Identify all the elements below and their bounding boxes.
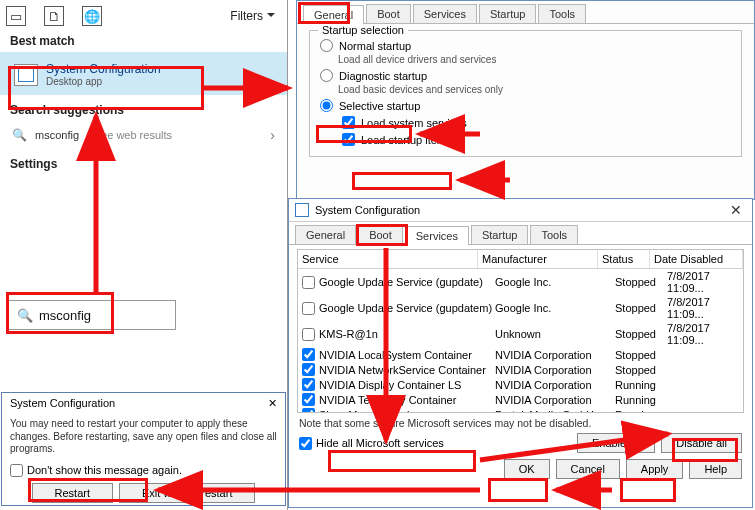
normal-label: Normal startup [339,40,411,52]
service-checkbox[interactable] [302,276,315,289]
chevron-right-icon: › [270,127,275,143]
cell-status: Running [615,379,667,391]
app-icon [295,203,309,217]
cell-service: Google Update Service (gupdatem) [319,302,495,314]
tab-startup[interactable]: Startup [471,225,528,244]
col-manufacturer[interactable]: Manufacturer [478,250,598,268]
cell-service: ShareMouse Service [319,409,495,414]
service-checkbox[interactable] [302,302,315,315]
window-title: System Configuration [315,204,420,216]
cancel-button[interactable]: Cancel [556,459,620,479]
table-row[interactable]: ShareMouse Service BartelsMedia GmbH Run… [298,407,743,413]
service-checkbox[interactable] [302,393,315,406]
apply-button[interactable]: Apply [626,459,684,479]
cell-status: Stopped [615,364,667,376]
normal-desc: Load all device drivers and services [320,54,496,65]
cell-status: Stopped [615,349,667,361]
cell-status: Running [615,409,667,414]
enable-all-button[interactable]: Enable all [577,433,655,453]
cell-status: Stopped [615,276,667,288]
dont-show-label: Don't show this message again. [27,464,182,476]
cell-status: Stopped [615,302,667,314]
close-icon[interactable]: ✕ [726,202,746,218]
suggestion-hint: - See web results [87,129,172,141]
restart-dialog: System Configuration ✕ You may need to r… [1,392,286,506]
cell-service: NVIDIA Telemetry Container [319,394,495,406]
cell-service: Google Update Service (gupdate) [319,276,495,288]
msconfig-services-window: System Configuration ✕ General Boot Serv… [288,198,753,508]
cell-status: Running [615,394,667,406]
recent-icon[interactable]: ▭ [6,6,26,26]
note-text: Note that some secure Microsoft services… [289,415,752,431]
diag-label: Diagnostic startup [339,70,427,82]
service-checkbox[interactable] [302,328,315,341]
filters-dropdown[interactable]: Filters [230,9,281,23]
service-checkbox[interactable] [302,348,315,361]
search-icon: 🔍 [12,128,27,142]
exit-without-restart-button[interactable]: Exit without restart [119,483,255,503]
selective-startup-radio[interactable]: Selective startup [320,97,731,114]
best-match-header: Best match [0,26,287,52]
best-match-item[interactable]: System Configuration Desktop app [0,52,287,95]
cell-manufacturer: BartelsMedia GmbH [495,409,615,414]
cell-date: 7/8/2017 11:09... [667,322,743,346]
settings-header: Settings [0,149,287,175]
cell-date: 7/8/2017 11:09... [667,270,743,294]
tab-boot[interactable]: Boot [358,225,403,244]
tab-general[interactable]: General [295,225,356,244]
diagnostic-startup-radio[interactable]: Diagnostic startup [320,67,731,84]
cell-manufacturer: NVIDIA Corporation [495,364,615,376]
load-startup-items-checkbox[interactable]: Load startup items [320,131,731,148]
table-row[interactable]: Google Update Service (gupdate) Google I… [298,269,743,295]
col-status[interactable]: Status [598,250,650,268]
table-row[interactable]: NVIDIA LocalSystem Container NVIDIA Corp… [298,347,743,362]
search-icon: 🔍 [17,308,33,323]
search-suggestions-header: Search suggestions [0,95,287,121]
disable-all-button[interactable]: Disable all [661,433,742,453]
table-row[interactable]: NVIDIA NetworkService Container NVIDIA C… [298,362,743,377]
dialog-message: You may need to restart your computer to… [10,412,277,464]
hide-microsoft-checkbox[interactable]: Hide all Microsoft services [299,437,444,450]
table-row[interactable]: NVIDIA Telemetry Container NVIDIA Corpor… [298,392,743,407]
search-bar[interactable]: 🔍 [8,300,176,330]
cell-service: NVIDIA Display Container LS [319,379,495,391]
table-row[interactable]: NVIDIA Display Container LS NVIDIA Corpo… [298,377,743,392]
cell-manufacturer: Google Inc. [495,276,615,288]
col-service[interactable]: Service [298,250,478,268]
service-checkbox[interactable] [302,408,315,413]
restart-button[interactable]: Restart [32,483,113,503]
tabs: General Boot Services Startup Tools [289,222,752,245]
table-row[interactable]: Google Update Service (gupdatem) Google … [298,295,743,321]
tab-services[interactable]: Services [405,226,469,245]
ok-button[interactable]: OK [504,459,550,479]
cell-service: KMS-R@1n [319,328,495,340]
service-checkbox[interactable] [302,378,315,391]
cell-manufacturer: Google Inc. [495,302,615,314]
search-input[interactable] [39,308,149,323]
tab-startup[interactable]: Startup [479,4,536,23]
dont-show-checkbox[interactable]: Don't show this message again. [10,464,277,483]
web-icon[interactable]: 🌐 [82,6,102,26]
tab-services[interactable]: Services [413,4,477,23]
group-title: Startup selection [318,24,408,36]
tab-boot[interactable]: Boot [366,4,411,23]
hide-label: Hide all Microsoft services [316,437,444,449]
cell-manufacturer: Unknown [495,328,615,340]
document-icon[interactable]: 🗋 [44,6,64,26]
best-match-subtitle: Desktop app [46,76,161,87]
tab-general[interactable]: General [303,5,364,24]
normal-startup-radio[interactable]: Normal startup [320,37,731,54]
col-date[interactable]: Date Disabled [650,250,743,268]
table-row[interactable]: KMS-R@1n Unknown Stopped 7/8/2017 11:09.… [298,321,743,347]
tab-tools[interactable]: Tools [538,4,586,23]
load-sys-label: Load system services [361,117,467,129]
msconfig-general-window: General Boot Services Startup Tools Star… [296,0,755,200]
load-system-services-checkbox[interactable]: Load system services [320,114,731,131]
service-checkbox[interactable] [302,363,315,376]
search-suggestion-item[interactable]: 🔍 msconfig - See web results › [0,121,287,149]
selective-label: Selective startup [339,100,420,112]
close-icon[interactable]: ✕ [268,397,277,410]
tab-tools[interactable]: Tools [530,225,578,244]
help-button[interactable]: Help [689,459,742,479]
cell-date: 7/8/2017 11:09... [667,296,743,320]
